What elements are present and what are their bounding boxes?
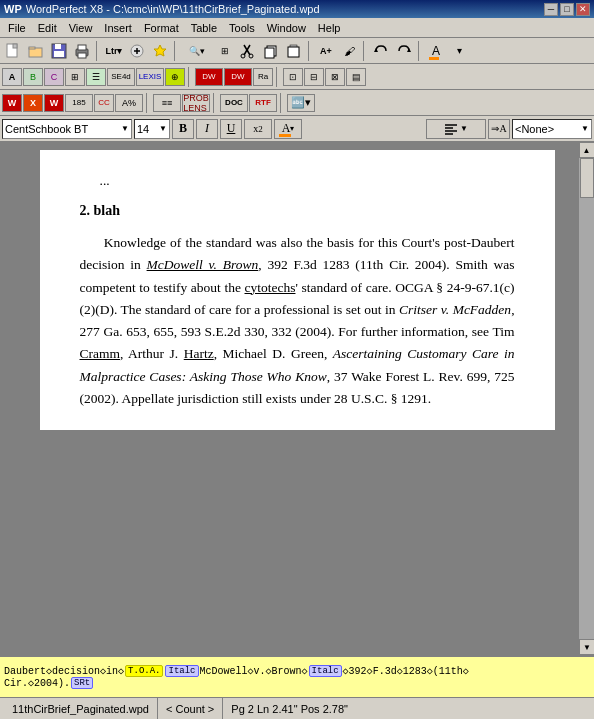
format-bar: CentSchbook BT ▼ 14 ▼ B I U x2 A ▾ ▼ ⇒A … xyxy=(0,116,594,142)
style-arrow: ▼ xyxy=(581,124,589,133)
color-button[interactable]: A xyxy=(425,40,447,62)
tb-btn5[interactable] xyxy=(126,40,148,62)
tb2-btn1[interactable]: A xyxy=(2,68,22,86)
title-bar: WP WordPerfect X8 - C:\cmc\in\WP\11thCir… xyxy=(0,0,594,18)
svg-marker-12 xyxy=(154,45,166,56)
favorites-button[interactable] xyxy=(149,40,171,62)
tb2-btn14[interactable]: ⊠ xyxy=(325,68,345,86)
rc-code-toa: T.O.A. xyxy=(125,665,163,677)
copy-button[interactable] xyxy=(260,40,282,62)
svg-marker-22 xyxy=(407,48,411,52)
tb2-btn13[interactable]: ⊟ xyxy=(304,68,324,86)
menu-table[interactable]: Table xyxy=(185,20,223,36)
align-dropdown[interactable]: ▼ xyxy=(426,119,486,139)
paste-button[interactable] xyxy=(283,40,305,62)
tb2-btn9[interactable]: DW xyxy=(195,68,223,86)
tb3-btn10[interactable]: RTF xyxy=(249,94,277,112)
tb3-btn9[interactable]: DOC xyxy=(220,94,248,112)
menu-format[interactable]: Format xyxy=(138,20,185,36)
doc-content: Knowledge of the standard was also the b… xyxy=(80,232,515,410)
tb3-btn7[interactable]: ≡≡ xyxy=(153,94,181,112)
font-name-arrow: ▼ xyxy=(121,124,129,133)
tb3-btn1[interactable]: W xyxy=(2,94,22,112)
tb3-btn8[interactable]: PROBLENS xyxy=(182,94,210,112)
brush-button[interactable]: 🖌 xyxy=(338,40,360,62)
tb2-btn10[interactable]: DW xyxy=(224,68,252,86)
toolbar-row1: Ltr▾ 🔍▾ ⊞ A+ 🖌 A ▾ xyxy=(0,38,594,64)
save-button[interactable] xyxy=(48,40,70,62)
new-button[interactable] xyxy=(2,40,24,62)
tb2-btn3[interactable]: C xyxy=(44,68,64,86)
menu-file[interactable]: File xyxy=(2,20,32,36)
menu-tools[interactable]: Tools xyxy=(223,20,261,36)
rc-text4: Cir.◇2004). xyxy=(4,677,70,689)
tb2-btn12[interactable]: ⊡ xyxy=(283,68,303,86)
tb3-btn2[interactable]: X xyxy=(23,94,43,112)
zoom-button[interactable]: 🔍▾ xyxy=(181,40,213,62)
separator4 xyxy=(363,41,367,61)
title-bar-left: WP WordPerfect X8 - C:\cmc\in\WP\11thCir… xyxy=(4,3,320,15)
tb2-btn11[interactable]: Ra xyxy=(253,68,273,86)
tb3-btn3[interactable]: W xyxy=(44,94,64,112)
indent-btn[interactable]: ⇒A xyxy=(488,119,510,139)
minimize-button[interactable]: ─ xyxy=(544,3,558,16)
menu-view[interactable]: View xyxy=(63,20,99,36)
font-size-dropdown[interactable]: 14 ▼ xyxy=(134,119,170,139)
name-hartz: Hartz xyxy=(184,346,214,361)
redo-button[interactable] xyxy=(393,40,415,62)
menu-insert[interactable]: Insert xyxy=(98,20,138,36)
format-btn[interactable]: A+ xyxy=(315,40,337,62)
menu-edit[interactable]: Edit xyxy=(32,20,63,36)
separator1 xyxy=(96,41,100,61)
tb3-btn6[interactable]: A% xyxy=(115,94,143,112)
tb2-btn7[interactable]: LEXIS xyxy=(136,68,164,86)
restore-button[interactable]: □ xyxy=(560,3,574,16)
status-filename: 11thCirBrief_Paginated.wpd xyxy=(4,698,158,719)
font-name-dropdown[interactable]: CentSchbook BT ▼ xyxy=(2,119,132,139)
tb2-btn8[interactable]: ⊕ xyxy=(165,68,185,86)
scroll-down-button[interactable]: ▼ xyxy=(579,639,594,655)
status-count[interactable]: < Count > xyxy=(158,698,223,719)
superscript-button[interactable]: x2 xyxy=(244,119,272,139)
rc-line1: Daubert◇decision◇in◇ T.O.A. Italc McDowe… xyxy=(4,665,590,677)
bold-button[interactable]: B xyxy=(172,119,194,139)
italic-button[interactable]: I xyxy=(196,119,218,139)
tb2-btn6[interactable]: SE4d xyxy=(107,68,135,86)
svg-rect-20 xyxy=(288,47,299,57)
ltr-button[interactable]: Ltr▾ xyxy=(103,40,125,62)
tb3-btn4[interactable]: 185 xyxy=(65,94,93,112)
menu-help[interactable]: Help xyxy=(312,20,347,36)
font-color-btn[interactable]: A ▾ xyxy=(274,119,302,139)
tb3-btn11[interactable]: 🔤▾ xyxy=(287,94,315,112)
style-dropdown[interactable]: <None> ▼ xyxy=(512,119,592,139)
scroll-thumb[interactable] xyxy=(580,158,594,198)
case-mcdowell: McDowell v. Brown xyxy=(147,257,259,272)
tb-btn8[interactable]: ⊞ xyxy=(214,40,236,62)
rc-line2: Cir.◇2004). SRt xyxy=(4,677,590,689)
tb2-btn15[interactable]: ▤ xyxy=(346,68,366,86)
scroll-track xyxy=(579,158,594,655)
svg-rect-4 xyxy=(29,47,35,49)
svg-rect-9 xyxy=(78,45,86,50)
svg-point-15 xyxy=(241,54,245,58)
tb3-btn5[interactable]: CC xyxy=(94,94,114,112)
open-button[interactable] xyxy=(25,40,47,62)
highlight-button[interactable]: ▾ xyxy=(448,40,470,62)
menu-window[interactable]: Window xyxy=(261,20,312,36)
separator6 xyxy=(188,67,192,87)
cut-button[interactable] xyxy=(237,40,259,62)
undo-button[interactable] xyxy=(370,40,392,62)
print-button[interactable] xyxy=(71,40,93,62)
rc-text3: ◇392◇F.3d◇1283◇(11th◇ xyxy=(343,665,469,677)
rc-code-italc1: Italc xyxy=(165,665,198,677)
close-button[interactable]: ✕ xyxy=(576,3,590,16)
underline-button[interactable]: U xyxy=(220,119,242,139)
tb2-btn4[interactable]: ⊞ xyxy=(65,68,85,86)
svg-point-16 xyxy=(249,54,253,58)
font-size-arrow: ▼ xyxy=(159,124,167,133)
tb2-btn5[interactable]: ☰ xyxy=(86,68,106,86)
title-bar-controls: ─ □ ✕ xyxy=(544,3,590,16)
scroll-up-button[interactable]: ▲ xyxy=(579,142,595,158)
vertical-scrollbar[interactable]: ▲ ▼ xyxy=(578,142,594,655)
tb2-btn2[interactable]: B xyxy=(23,68,43,86)
